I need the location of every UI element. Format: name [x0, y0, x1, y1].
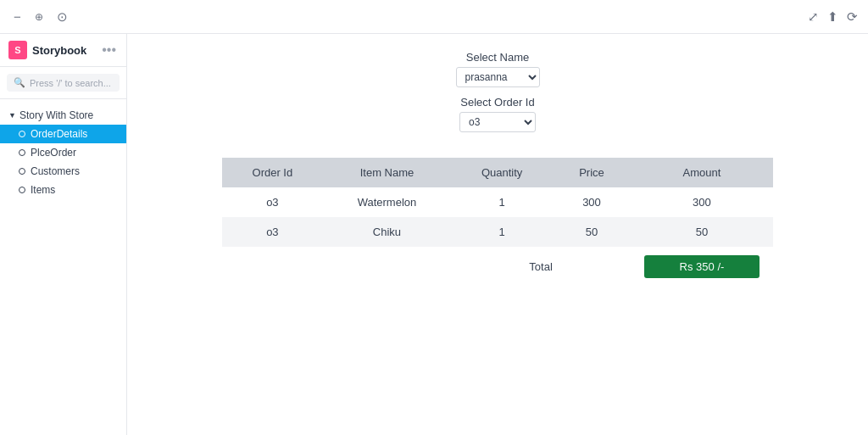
nav-item-label: Customers [31, 165, 80, 177]
select-name-label: Select Name [456, 51, 540, 64]
order-table: Order Id Item Name Quantity Price Amount… [222, 158, 773, 287]
col-amount: Amount [631, 158, 773, 187]
table-header-row: Order Id Item Name Quantity Price Amount [222, 158, 773, 187]
sidebar-menu-button[interactable]: ••• [100, 41, 118, 59]
cell-order-id: o3 [222, 217, 323, 247]
cell-item-name: Chiku [323, 217, 451, 247]
sidebar: S Storybook ••• 🔍 Press '/' to search...… [0, 34, 127, 435]
cell-amount: 50 [631, 217, 773, 247]
col-price: Price [553, 158, 631, 187]
col-quantity: Quantity [451, 158, 553, 187]
table-row: o3 Chiku 1 50 50 [222, 217, 773, 247]
select-name-row: Select Name prasanna [456, 51, 540, 87]
content-area: Select Name prasanna Select Order Id o3 … [127, 34, 868, 435]
sidebar-search: 🔍 Press '/' to search... [0, 67, 126, 99]
settings-icon[interactable]: ⟳ [847, 9, 858, 25]
nav-item-label: Items [31, 184, 55, 196]
search-icon: 🔍 [14, 77, 25, 88]
nav-item-dot [19, 131, 25, 137]
sidebar-header: S Storybook ••• [0, 34, 126, 67]
toolbar: − ⊕ ⊙ ⤢ ⬆ ⟳ [0, 0, 868, 34]
select-name-dropdown[interactable]: prasanna [456, 67, 540, 87]
total-row: Total Rs 350 /- [222, 247, 773, 287]
table-row: o3 Watermelon 1 300 300 [222, 187, 773, 217]
nav-item-dot [19, 187, 25, 193]
nav-group-header[interactable]: ▼ Story With Store [0, 106, 126, 125]
cell-quantity: 1 [451, 217, 553, 247]
zoom-in-button[interactable]: ⊕ [31, 10, 47, 24]
sidebar-item-plce-order[interactable]: PlceOrder [0, 143, 126, 162]
table-header: Order Id Item Name Quantity Price Amount [222, 158, 773, 187]
brand-name: Storybook [32, 44, 86, 57]
main-layout: S Storybook ••• 🔍 Press '/' to search...… [0, 34, 868, 435]
total-value: Rs 350 /- [631, 247, 773, 287]
nav-tree: ▼ Story With Store OrderDetails PlceOrde… [0, 99, 126, 206]
nav-item-dot [19, 149, 25, 156]
sidebar-item-items[interactable]: Items [0, 181, 126, 199]
total-empty [222, 247, 451, 287]
search-box[interactable]: 🔍 Press '/' to search... [7, 74, 120, 92]
toolbar-right: ⤢ ⬆ ⟳ [808, 9, 858, 25]
sidebar-item-order-details[interactable]: OrderDetails [0, 125, 126, 143]
col-order-id: Order Id [222, 158, 323, 187]
cell-amount: 300 [631, 187, 773, 217]
order-table-container: Order Id Item Name Quantity Price Amount… [222, 158, 773, 287]
brand-initial: S [14, 45, 20, 55]
cell-quantity: 1 [451, 187, 553, 217]
nav-item-label: PlceOrder [31, 147, 76, 159]
nav-group-label: Story With Store [19, 109, 93, 121]
select-order-row: Select Order Id o3 [459, 96, 536, 132]
sidebar-brand: S Storybook [8, 41, 86, 59]
col-item-name: Item Name [323, 158, 451, 187]
form-section: Select Name prasanna Select Order Id o3 [153, 51, 843, 141]
nav-item-dot [19, 168, 25, 175]
expand-icon[interactable]: ⤢ [808, 9, 819, 25]
cell-price: 300 [553, 187, 631, 217]
total-label: Total [451, 247, 631, 287]
nav-item-label: OrderDetails [31, 128, 87, 140]
sidebar-item-customers[interactable]: Customers [0, 162, 126, 181]
cell-order-id: o3 [222, 187, 323, 217]
select-order-label: Select Order Id [459, 96, 536, 109]
table-body: o3 Watermelon 1 300 300 o3 Chiku 1 50 50 [222, 187, 773, 287]
zoom-reset-button[interactable]: ⊙ [53, 8, 71, 25]
share-icon[interactable]: ⬆ [827, 9, 838, 25]
cell-price: 50 [553, 217, 631, 247]
cell-item-name: Watermelon [323, 187, 451, 217]
select-order-dropdown[interactable]: o3 [459, 112, 536, 132]
search-placeholder: Press '/' to search... [30, 78, 111, 88]
total-amount: Rs 350 /- [644, 255, 760, 278]
zoom-out-button[interactable]: − [10, 8, 25, 25]
toolbar-left: − ⊕ ⊙ [10, 8, 71, 25]
chevron-down-icon: ▼ [8, 111, 16, 120]
brand-logo: S [8, 41, 27, 59]
